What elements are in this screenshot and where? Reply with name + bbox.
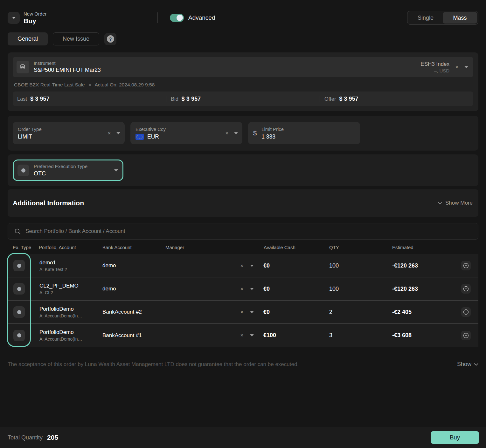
chevron-down-icon[interactable] <box>250 311 254 313</box>
table-row[interactable]: demo1 A: Kate Test 2 demo ✕ €0 100 -€120… <box>8 254 478 277</box>
ex-type-button[interactable] <box>13 283 25 295</box>
order-label: New Order <box>24 11 54 17</box>
header-divider <box>157 12 158 23</box>
qty-input[interactable]: 100 <box>324 262 387 269</box>
chevron-down-icon[interactable] <box>250 288 254 290</box>
minus-circle-icon <box>463 332 469 339</box>
clear-manager-icon[interactable]: ✕ <box>240 287 244 291</box>
qty-input[interactable]: 3 <box>324 332 387 339</box>
ex-type-button[interactable] <box>13 260 25 271</box>
eu-flag-icon <box>135 134 144 140</box>
last-label: Last <box>17 96 27 102</box>
toggle-knob <box>177 15 183 21</box>
preferred-execution-section: Preferred Execution Type OTC <box>8 154 478 186</box>
last-price-segment: Last $ 3 957 <box>13 92 166 106</box>
dot-icon <box>17 310 21 314</box>
bank-account: BankAccount #1 <box>102 332 165 339</box>
available-cash: €0 <box>258 262 324 269</box>
remove-row-button[interactable] <box>461 331 471 340</box>
instrument-field[interactable]: Instrument S&P500 EMINI FUT Mar23 ESH3 I… <box>13 57 473 77</box>
executive-ccy-select[interactable]: Executive Ccy EUR ✕ <box>130 122 242 144</box>
account-name: A: Kate Test 2 <box>39 267 102 272</box>
clear-instrument-icon[interactable]: ✕ <box>455 65 459 69</box>
clear-order-type-icon[interactable]: ✕ <box>108 131 111 135</box>
search-bar[interactable] <box>8 223 478 240</box>
clear-manager-icon[interactable]: ✕ <box>240 333 244 337</box>
table-row[interactable]: PortfolioDemo A: AccountDemo(In… BankAcc… <box>8 324 478 347</box>
help-button[interactable]: ? <box>104 33 116 45</box>
ex-type-button[interactable] <box>13 330 25 341</box>
ex-type-button[interactable] <box>13 306 25 318</box>
col-available-cash: Available Cash <box>258 245 324 250</box>
chevron-down-icon[interactable] <box>114 169 118 172</box>
portfolio-name: demo1 <box>39 260 102 266</box>
dot-icon <box>17 264 21 268</box>
market-info-line: CBOE BZX Real-Time Last Sale Actual On: … <box>14 82 473 88</box>
tab-general[interactable]: General <box>8 32 48 45</box>
account-name: A: AccountDemo(In… <box>39 336 102 342</box>
remove-row-button[interactable] <box>461 284 471 294</box>
order-type-value: LIMIT <box>18 133 108 140</box>
chevron-down-icon[interactable] <box>250 334 254 336</box>
disclaimer-row: The acceptance of this order by Luna Wea… <box>8 361 478 368</box>
bank-account: BankAccount #2 <box>102 309 165 315</box>
show-label: Show <box>457 361 471 368</box>
mode-mass-button[interactable]: Mass <box>443 12 477 24</box>
instrument-name: S&P500 EMINI FUT Mar23 <box>34 67 101 73</box>
table-row[interactable]: CL2_PF_DEMO A: CL2 demo ✕ €0 100 -€120 2… <box>8 277 478 301</box>
tab-new-issue[interactable]: New Issue <box>53 32 99 45</box>
estimated-value: -€120 263 <box>387 286 461 292</box>
clear-manager-icon[interactable]: ✕ <box>240 264 244 268</box>
chevron-down-icon[interactable] <box>250 265 254 267</box>
estimated-value: -€2 405 <box>387 309 461 316</box>
dot-icon <box>17 287 21 291</box>
show-more-button[interactable]: Show More <box>438 200 473 206</box>
chevron-down-icon[interactable] <box>464 66 468 68</box>
show-button[interactable]: Show <box>457 361 478 368</box>
clear-ccy-icon[interactable]: ✕ <box>225 131 229 135</box>
portfolio-name: PortfolioDemo <box>39 329 102 336</box>
limit-price-value: 1 333 <box>261 133 356 140</box>
limit-price-label: Limit Price <box>261 126 356 132</box>
account-name: A: AccountDemo(In… <box>39 313 102 318</box>
dot-icon <box>17 333 21 337</box>
remove-row-button[interactable] <box>461 307 471 317</box>
disclaimer-text: The acceptance of this order by Luna Wea… <box>8 361 299 368</box>
minus-circle-icon <box>463 309 469 315</box>
search-input[interactable] <box>25 228 248 234</box>
chevron-down-icon[interactable] <box>116 132 120 134</box>
table-row[interactable]: PortfolioDemo A: AccountDemo(In… BankAcc… <box>8 301 478 324</box>
estimated-value: -€120 263 <box>387 262 461 269</box>
clear-manager-icon[interactable]: ✕ <box>240 310 244 314</box>
advanced-toggle[interactable] <box>170 14 184 22</box>
buy-button[interactable]: Buy <box>431 431 479 444</box>
estimated-value: -€3 608 <box>387 332 461 339</box>
instrument-ticker: ESH3 Index –, USD <box>420 61 449 73</box>
ticker-sub: –, USD <box>420 68 449 73</box>
minus-circle-icon <box>463 286 469 292</box>
coins-icon <box>17 61 29 73</box>
remove-row-button[interactable] <box>461 261 471 270</box>
preferred-execution-label: Preferred Execution Type <box>34 164 114 169</box>
new-order-window: New Order Buy Advanced Single Mass Gener… <box>0 0 486 448</box>
mode-single-button[interactable]: Single <box>408 12 443 24</box>
feed-source: CBOE BZX Real-Time Last Sale <box>14 82 85 88</box>
available-cash: €0 <box>258 309 324 316</box>
chevron-down-icon[interactable] <box>234 132 238 134</box>
order-side-dropdown-button[interactable] <box>8 12 20 24</box>
qty-input[interactable]: 2 <box>324 309 387 316</box>
minus-circle-icon <box>463 262 469 269</box>
bid-price-segment: Bid $ 3 957 <box>166 92 320 106</box>
order-type-label: Order Type <box>18 126 108 132</box>
mode-segmented-control: Single Mass <box>407 11 478 25</box>
preferred-execution-select[interactable]: Preferred Execution Type OTC <box>13 160 123 181</box>
portfolio-name: CL2_PF_DEMO <box>39 283 102 289</box>
qty-input[interactable]: 100 <box>324 286 387 292</box>
limit-price-input[interactable]: $ Limit Price 1 333 <box>248 122 360 144</box>
account-name: A: CL2 <box>39 290 102 295</box>
bank-account: demo <box>102 286 165 292</box>
execution-type-icon <box>17 165 29 176</box>
order-type-select[interactable]: Order Type LIMIT ✕ <box>13 122 125 144</box>
offer-label: Offer <box>324 96 336 102</box>
instrument-label: Instrument <box>34 61 101 66</box>
